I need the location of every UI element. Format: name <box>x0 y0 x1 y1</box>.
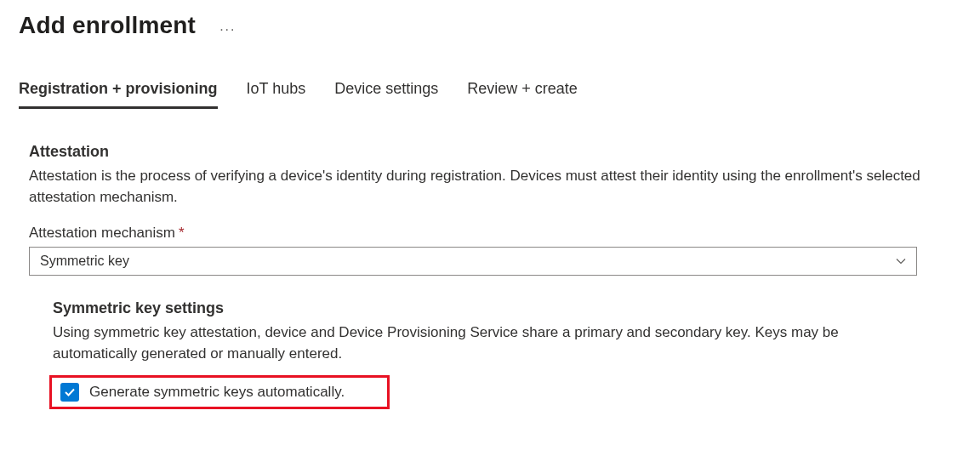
chevron-down-icon <box>896 256 906 266</box>
tab-review-create[interactable]: Review + create <box>467 75 578 109</box>
checkmark-icon <box>64 386 76 398</box>
tab-iot-hubs[interactable]: IoT hubs <box>247 75 306 109</box>
attestation-heading: Attestation <box>29 143 926 161</box>
symmetric-key-section: Symmetric key settings Using symmetric k… <box>53 299 926 408</box>
tab-registration-provisioning[interactable]: Registration + provisioning <box>19 75 218 109</box>
page-title: Add enrollment <box>19 12 196 39</box>
tab-list: Registration + provisioning IoT hubs Dev… <box>19 75 961 109</box>
attestation-mechanism-label: Attestation mechanism* <box>29 225 926 242</box>
attestation-mechanism-select[interactable]: Symmetric key <box>29 247 917 276</box>
select-value: Symmetric key <box>40 254 129 269</box>
attestation-section: Attestation Attestation is the process o… <box>19 143 936 409</box>
field-label-text: Attestation mechanism <box>29 225 175 241</box>
highlight-box: Generate symmetric keys automatically. <box>49 375 390 409</box>
symmetric-description: Using symmetric key attestation, device … <box>53 322 926 364</box>
more-options-icon[interactable]: ··· <box>219 14 236 37</box>
generate-keys-label: Generate symmetric keys automatically. <box>89 384 345 401</box>
tab-device-settings[interactable]: Device settings <box>334 75 438 109</box>
generate-keys-checkbox[interactable] <box>60 383 79 402</box>
symmetric-heading: Symmetric key settings <box>53 299 926 317</box>
attestation-description: Attestation is the process of verifying … <box>29 166 926 208</box>
required-indicator: * <box>179 225 185 241</box>
